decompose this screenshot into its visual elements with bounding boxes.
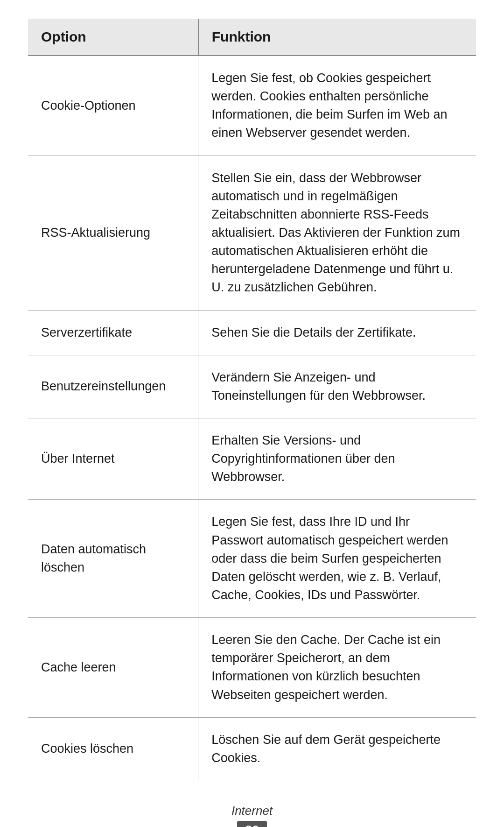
funktion-cell: Löschen Sie auf dem Gerät gespeicherte C… xyxy=(198,717,476,780)
footer-label: Internet xyxy=(231,804,273,818)
table-row: Über InternetErhalten Sie Versions- und … xyxy=(28,418,476,499)
funktion-cell: Legen Sie fest, dass Ihre ID und Ihr Pas… xyxy=(198,500,476,618)
page-footer: Internet 86 xyxy=(231,804,273,827)
option-cell: Über Internet xyxy=(28,418,198,499)
funktion-cell: Leeren Sie den Cache. Der Cache ist ein … xyxy=(198,618,476,718)
options-table: Option Funktion Cookie-OptionenLegen Sie… xyxy=(28,19,476,780)
footer-page-number: 86 xyxy=(237,821,267,827)
funktion-cell: Stellen Sie ein, dass der Webbrowser aut… xyxy=(198,156,476,310)
option-cell: RSS-Aktualisierung xyxy=(28,156,198,310)
col-option-header: Option xyxy=(28,19,198,56)
option-cell: Daten automatisch löschen xyxy=(28,500,198,618)
funktion-cell: Sehen Sie die Details der Zertifikate. xyxy=(198,310,476,355)
funktion-cell: Erhalten Sie Versions- und Copyrightinfo… xyxy=(198,418,476,499)
table-row: Daten automatisch löschenLegen Sie fest,… xyxy=(28,500,476,618)
table-row: Cookies löschenLöschen Sie auf dem Gerät… xyxy=(28,717,476,780)
table-row: ServerzertifikateSehen Sie die Details d… xyxy=(28,310,476,355)
funktion-cell: Legen Sie fest, ob Cookies gespeichert w… xyxy=(198,56,476,156)
table-row: Cache leerenLeeren Sie den Cache. Der Ca… xyxy=(28,618,476,718)
option-cell: Cookie-Optionen xyxy=(28,56,198,156)
option-cell: Benutzereinstellungen xyxy=(28,355,198,418)
option-cell: Cookies löschen xyxy=(28,717,198,780)
col-funktion-header: Funktion xyxy=(198,19,476,56)
table-header-row: Option Funktion xyxy=(28,19,476,56)
funktion-cell: Verändern Sie Anzeigen- und Toneinstellu… xyxy=(198,355,476,418)
table-row: RSS-AktualisierungStellen Sie ein, dass … xyxy=(28,156,476,310)
table-row: Cookie-OptionenLegen Sie fest, ob Cookie… xyxy=(28,56,476,156)
option-cell: Cache leeren xyxy=(28,618,198,718)
option-cell: Serverzertifikate xyxy=(28,310,198,355)
table-row: BenutzereinstellungenVerändern Sie Anzei… xyxy=(28,355,476,418)
